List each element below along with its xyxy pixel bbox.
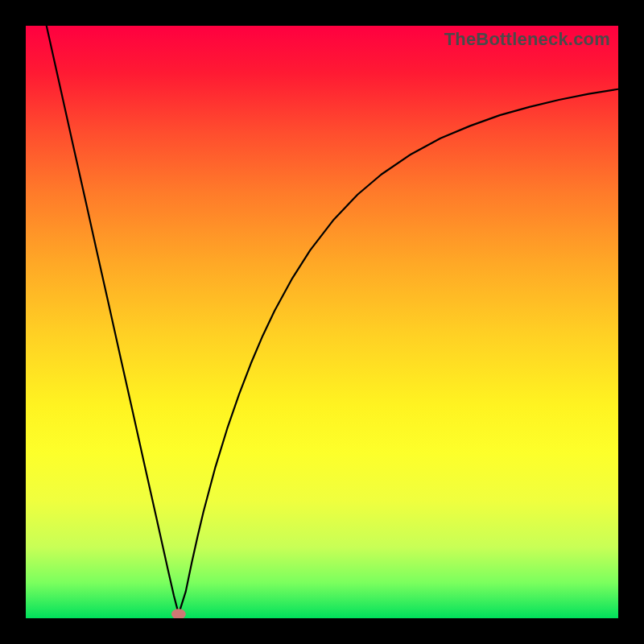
chart-svg [26,26,618,618]
chart-plot-area: TheBottleneck.com [26,26,618,618]
bottleneck-curve [47,26,618,614]
chart-frame: TheBottleneck.com [0,0,644,644]
minimum-marker-icon [171,609,186,618]
